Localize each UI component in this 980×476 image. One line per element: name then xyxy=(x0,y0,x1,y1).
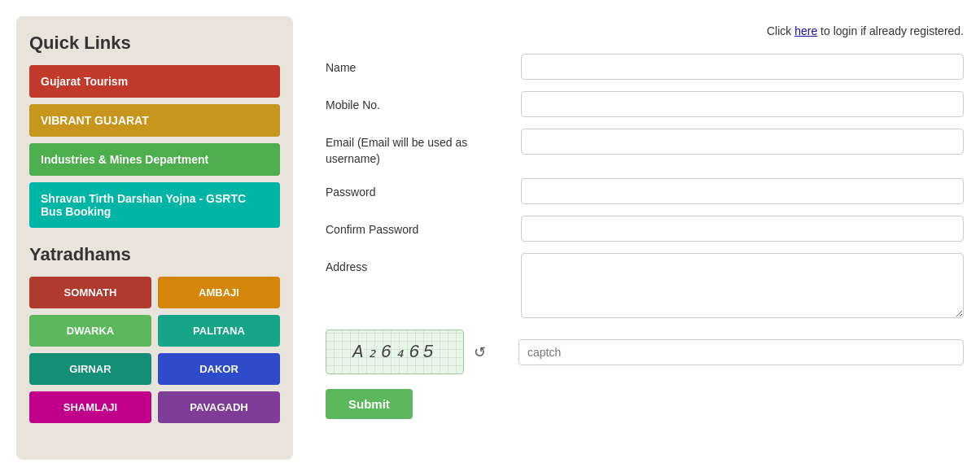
confirm-password-row: Confirm Password xyxy=(326,216,964,242)
main-content: Click here to login if already registere… xyxy=(326,16,964,460)
address-label: Address xyxy=(326,253,521,276)
name-input[interactable] xyxy=(521,54,964,80)
mobile-input[interactable] xyxy=(521,91,964,117)
confirm-password-label: Confirm Password xyxy=(326,216,521,238)
mobile-label: Mobile No. xyxy=(326,91,521,114)
quick-link-shravan-tirth[interactable]: Shravan Tirth Darshan Yojna - GSRTC Bus … xyxy=(29,182,280,228)
yatra-girnar[interactable]: GIRNAR xyxy=(29,353,151,385)
yatra-pavagadh[interactable]: PAVAGADH xyxy=(158,391,280,423)
confirm-password-input[interactable] xyxy=(521,216,964,242)
yatra-shamlaji[interactable]: SHAMLAJI xyxy=(29,391,151,423)
address-input[interactable] xyxy=(521,253,964,318)
password-label: Password xyxy=(326,178,521,201)
refresh-captcha-icon[interactable]: ↺ xyxy=(474,343,486,361)
mobile-row: Mobile No. xyxy=(326,91,964,117)
login-hint: Click here to login if already registere… xyxy=(326,24,964,37)
yatradhams-title: Yatradhams xyxy=(29,244,280,265)
address-row: Address xyxy=(326,253,964,318)
sidebar: Quick Links Gujarat Tourism VIBRANT GUJA… xyxy=(16,16,293,460)
registration-form: Name Mobile No. Email (Email will be use… xyxy=(326,54,964,419)
login-link[interactable]: here xyxy=(794,24,817,37)
submit-row: Submit xyxy=(326,389,964,419)
captcha-text: A₂6₄65 xyxy=(352,341,436,363)
name-label: Name xyxy=(326,54,521,76)
captcha-row: A₂6₄65 ↺ xyxy=(326,330,964,374)
captcha-image: A₂6₄65 xyxy=(326,330,464,374)
yatra-palitana[interactable]: PALITANA xyxy=(158,315,280,347)
captcha-input[interactable] xyxy=(518,339,964,365)
login-hint-suffix: to login if already registered. xyxy=(817,24,964,37)
yatra-dwarka[interactable]: DWARKA xyxy=(29,315,151,347)
password-input[interactable] xyxy=(521,178,964,204)
email-row: Email (Email will be used as username) xyxy=(326,129,964,167)
quick-link-gujarat-tourism[interactable]: Gujarat Tourism xyxy=(29,65,280,98)
yatra-dakor[interactable]: DAKOR xyxy=(158,353,280,385)
name-row: Name xyxy=(326,54,964,80)
email-label: Email (Email will be used as username) xyxy=(326,129,521,167)
yatra-somnath[interactable]: SOMNATH xyxy=(29,277,151,308)
yatra-ambaji[interactable]: AMBAJI xyxy=(158,277,280,308)
login-hint-prefix: Click xyxy=(767,24,794,37)
email-input[interactable] xyxy=(521,129,964,155)
quick-links-title: Quick Links xyxy=(29,33,280,54)
submit-button[interactable]: Submit xyxy=(326,389,413,419)
password-row: Password xyxy=(326,178,964,204)
quick-link-vibrant-gujarat[interactable]: VIBRANT GUJARAT xyxy=(29,104,280,137)
yatradhams-grid: SOMNATH AMBAJI DWARKA PALITANA GIRNAR DA… xyxy=(29,277,280,423)
quick-link-industries-mines[interactable]: Industries & Mines Department xyxy=(29,143,280,176)
